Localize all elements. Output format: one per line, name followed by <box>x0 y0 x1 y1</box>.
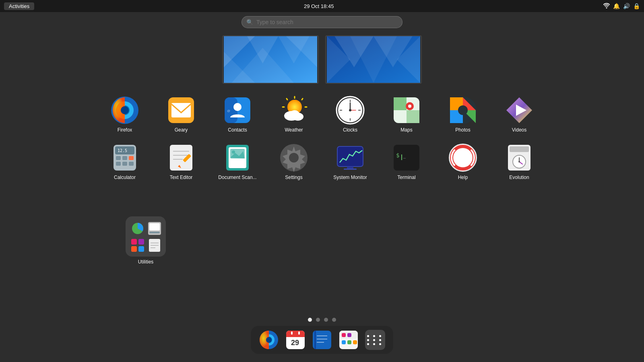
app-help-label: Help <box>458 175 468 180</box>
dock-apps-button[interactable] <box>365 330 385 350</box>
svg-rect-97 <box>131 239 137 245</box>
app-contacts-label: Contacts <box>228 127 247 133</box>
page-indicators <box>308 318 336 322</box>
app-texteditor-label: Text Editor <box>170 175 193 180</box>
svg-point-47 <box>408 105 411 108</box>
svg-rect-77 <box>344 169 357 170</box>
app-clocks-label: Clocks <box>343 127 357 133</box>
app-sysmonitor-label: System Monitor <box>333 175 367 180</box>
app-evolution[interactable]: Evolution <box>493 140 545 183</box>
svg-line-28 <box>287 99 287 100</box>
app-geary[interactable]: Geary <box>155 93 207 136</box>
svg-point-42 <box>349 109 351 111</box>
app-terminal[interactable]: $ _ Terminal <box>380 140 433 183</box>
svg-rect-113 <box>291 331 293 335</box>
system-tray: 🔔 🔊 🔒 <box>603 2 640 10</box>
app-calculator[interactable]: 12.5 Calculator <box>99 140 151 183</box>
svg-rect-57 <box>116 162 121 166</box>
dock-calendar[interactable]: 29 <box>285 330 305 350</box>
svg-rect-55 <box>122 156 127 160</box>
page-dot-1[interactable] <box>308 318 312 322</box>
app-sysmonitor[interactable]: System Monitor <box>324 140 376 183</box>
folder-utilities[interactable]: Utilities <box>120 213 172 268</box>
search-container: 🔍 <box>242 16 402 28</box>
app-settings[interactable]: Settings <box>268 140 320 183</box>
app-photos-label: Photos <box>455 127 470 133</box>
svg-rect-123 <box>342 333 346 337</box>
app-firefox[interactable]: Firefox <box>99 93 151 136</box>
page-dot-4[interactable] <box>332 318 336 322</box>
svg-point-70 <box>232 150 235 154</box>
app-maps-label: Maps <box>400 127 412 133</box>
search-input[interactable] <box>242 16 402 28</box>
workspace-1[interactable] <box>222 35 319 84</box>
dock-firefox[interactable] <box>259 330 279 350</box>
svg-rect-45 <box>407 110 419 123</box>
svg-rect-74 <box>337 146 363 167</box>
svg-rect-18 <box>171 103 191 117</box>
svg-line-26 <box>302 99 303 100</box>
dots-grid <box>367 335 383 345</box>
folder-utilities-label: Utilities <box>138 259 154 265</box>
svg-rect-124 <box>347 333 351 337</box>
app-docscanner-label: Document Scan... <box>218 175 256 180</box>
svg-rect-99 <box>131 246 137 252</box>
app-calculator-label: Calculator <box>114 175 136 180</box>
page-dot-2[interactable] <box>316 318 320 322</box>
page-dot-3[interactable] <box>324 318 328 322</box>
svg-rect-127 <box>353 340 357 344</box>
svg-rect-96 <box>149 232 160 233</box>
dock: 29 <box>251 326 393 354</box>
svg-rect-56 <box>129 156 134 160</box>
app-settings-label: Settings <box>285 175 302 180</box>
svg-point-73 <box>289 153 299 162</box>
svg-point-108 <box>266 337 272 343</box>
app-contacts[interactable]: @ Contacts <box>211 93 264 136</box>
folder-icon <box>126 216 166 257</box>
app-texteditor[interactable]: Text Editor <box>155 140 207 183</box>
svg-rect-88 <box>510 146 529 152</box>
volume-icon: 🔊 <box>623 3 630 9</box>
svg-rect-95 <box>149 223 160 230</box>
svg-point-92 <box>518 161 520 162</box>
app-videos[interactable]: Videos <box>493 93 545 136</box>
svg-rect-100 <box>138 246 144 252</box>
svg-point-86 <box>456 151 469 164</box>
svg-rect-98 <box>138 239 144 245</box>
svg-point-32 <box>290 110 299 118</box>
activities-button[interactable]: Activities <box>4 2 34 10</box>
dock-notes[interactable] <box>312 330 332 350</box>
svg-point-49 <box>458 105 468 115</box>
app-docscanner[interactable]: Document Scan... <box>211 140 264 183</box>
workspace-2[interactable] <box>325 35 422 84</box>
svg-point-22 <box>233 103 242 111</box>
svg-rect-125 <box>342 340 346 344</box>
wifi-icon <box>603 2 610 10</box>
app-geary-label: Geary <box>175 127 188 133</box>
svg-rect-126 <box>347 340 351 344</box>
app-grid: Firefox Geary @ Contacts <box>97 93 547 183</box>
app-help[interactable]: Help <box>437 140 489 183</box>
notification-icon: 🔔 <box>613 3 620 9</box>
svg-text:$: $ <box>396 152 399 158</box>
workspace-switcher <box>222 35 422 84</box>
svg-rect-59 <box>129 162 134 166</box>
svg-text:12.5: 12.5 <box>118 148 127 153</box>
svg-text:_: _ <box>403 154 406 158</box>
svg-point-16 <box>121 106 129 114</box>
top-bar: Activities 29 Oct 18:45 🔔 🔊 🔒 <box>0 0 644 12</box>
app-firefox-label: Firefox <box>118 127 132 133</box>
svg-rect-58 <box>122 162 127 166</box>
svg-rect-54 <box>116 156 121 160</box>
app-maps[interactable]: Maps <box>380 93 433 136</box>
dock-software[interactable] <box>339 330 359 350</box>
app-photos[interactable]: Photos <box>437 93 489 136</box>
app-weather-label: Weather <box>285 127 303 133</box>
app-evolution-label: Evolution <box>509 175 529 180</box>
svg-rect-44 <box>394 97 407 110</box>
svg-rect-111 <box>286 334 305 337</box>
app-clocks[interactable]: Clocks <box>324 93 376 136</box>
app-weather[interactable]: Weather <box>268 93 320 136</box>
svg-text:@: @ <box>227 109 230 113</box>
app-terminal-label: Terminal <box>397 175 415 180</box>
